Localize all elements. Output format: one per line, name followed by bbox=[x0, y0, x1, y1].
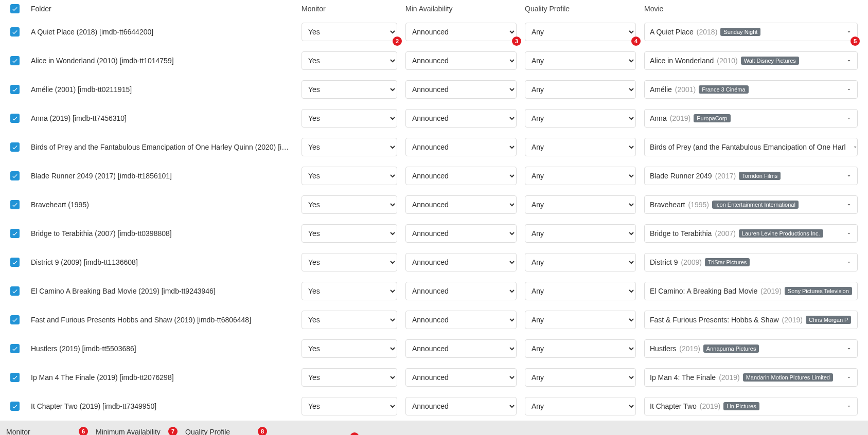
min-availability-select[interactable]: Announced bbox=[405, 167, 517, 185]
movie-picker[interactable]: A Quiet Place(2018)Sunday Night bbox=[644, 23, 858, 41]
movie-picker[interactable]: Birds of Prey (and the Fantabulous Emanc… bbox=[644, 138, 858, 156]
movie-year: (2019) bbox=[760, 287, 781, 295]
movie-year: (1995) bbox=[688, 201, 708, 209]
quality-profile-select[interactable]: Any bbox=[525, 339, 636, 358]
row-checkbox[interactable] bbox=[10, 56, 20, 65]
quality-profile-select[interactable]: Any bbox=[525, 23, 636, 41]
folder-name: District 9 (2009) [imdb-tt1136608] bbox=[31, 258, 293, 266]
quality-profile-select[interactable]: Any bbox=[525, 311, 636, 329]
quality-profile-select[interactable]: Any bbox=[525, 167, 636, 185]
monitor-select[interactable]: Yes bbox=[302, 138, 397, 156]
min-availability-select[interactable]: Announced bbox=[405, 253, 517, 271]
min-availability-select[interactable]: Announced bbox=[405, 51, 517, 70]
studio-badge: Walt Disney Pictures bbox=[741, 57, 799, 65]
quality-profile-select[interactable]: Any bbox=[525, 368, 636, 387]
row-checkbox[interactable] bbox=[10, 200, 20, 209]
monitor-select[interactable]: Yes bbox=[302, 51, 397, 70]
row-checkbox[interactable] bbox=[10, 315, 20, 324]
min-availability-select[interactable]: Announced bbox=[405, 224, 517, 243]
quality-profile-select[interactable]: Any bbox=[525, 253, 636, 271]
chevron-down-icon bbox=[846, 230, 852, 237]
monitor-select[interactable]: Yes bbox=[302, 253, 397, 271]
table-row: Anna (2019) [imdb-tt7456310]YesAnnounced… bbox=[0, 104, 868, 133]
quality-profile-select[interactable]: Any bbox=[525, 80, 636, 99]
row-checkbox[interactable] bbox=[10, 229, 20, 238]
min-availability-select[interactable]: Announced bbox=[405, 80, 517, 99]
movie-picker[interactable]: Fast & Furious Presents: Hobbs & Shaw(20… bbox=[644, 311, 858, 329]
table-row: Alice in Wonderland (2010) [imdb-tt10147… bbox=[0, 46, 868, 75]
studio-badge: Lauren Levine Productions Inc. bbox=[739, 229, 823, 238]
quality-profile-select[interactable]: Any bbox=[525, 282, 636, 300]
movie-title: A Quiet Place bbox=[650, 28, 694, 36]
row-checkbox[interactable] bbox=[10, 344, 20, 353]
movie-title: Amélie bbox=[650, 85, 672, 94]
row-checkbox[interactable] bbox=[10, 114, 20, 123]
min-availability-select[interactable]: Announced bbox=[405, 311, 517, 329]
movie-picker[interactable]: Anna(2019)EuropaCorp bbox=[644, 109, 858, 128]
quality-profile-select[interactable]: Any bbox=[525, 138, 636, 156]
monitor-select[interactable]: Yes bbox=[302, 339, 397, 358]
monitor-select[interactable]: Yes bbox=[302, 224, 397, 243]
min-availability-select[interactable]: Announced bbox=[405, 109, 517, 128]
monitor-select[interactable]: Yes bbox=[302, 282, 397, 300]
movie-year: (2010) bbox=[717, 57, 737, 65]
footer-monitor-label: Monitor bbox=[6, 428, 83, 435]
quality-profile-select[interactable]: Any bbox=[525, 224, 636, 243]
movie-picker[interactable]: Braveheart(1995)Icon Entertainment Inter… bbox=[644, 195, 858, 214]
monitor-select[interactable]: Yes bbox=[302, 311, 397, 329]
folder-name: Hustlers (2019) [imdb-tt5503686] bbox=[31, 345, 293, 353]
movie-picker[interactable]: District 9(2009)TriStar Pictures bbox=[644, 253, 858, 271]
col-header-folder: Folder bbox=[31, 5, 293, 13]
studio-badge: Annapurna Pictures bbox=[703, 345, 759, 353]
row-checkbox[interactable] bbox=[10, 171, 20, 180]
quality-profile-select[interactable]: Any bbox=[525, 397, 636, 415]
min-availability-select[interactable]: Announced bbox=[405, 282, 517, 300]
row-checkbox[interactable] bbox=[10, 286, 20, 296]
quality-profile-select[interactable]: Any bbox=[525, 51, 636, 70]
movie-picker[interactable]: Ip Man 4: The Finale(2019)Mandarin Motio… bbox=[644, 368, 858, 387]
min-availability-select[interactable]: Announced bbox=[405, 368, 517, 387]
movie-title: Fast & Furious Presents: Hobbs & Shaw bbox=[650, 316, 779, 324]
studio-badge: Lin Pictures bbox=[723, 402, 759, 410]
row-checkbox[interactable] bbox=[10, 402, 20, 411]
row-checkbox[interactable] bbox=[10, 373, 20, 382]
movie-title: Ip Man 4: The Finale bbox=[650, 373, 716, 382]
quality-profile-select[interactable]: Any bbox=[525, 195, 636, 214]
monitor-select[interactable]: Yes bbox=[302, 195, 397, 214]
monitor-select[interactable]: Yes bbox=[302, 368, 397, 387]
folder-name: It Chapter Two (2019) [imdb-tt7349950] bbox=[31, 402, 293, 410]
monitor-select[interactable]: Yes bbox=[302, 23, 397, 41]
min-availability-select[interactable]: Announced bbox=[405, 195, 517, 214]
movie-title: Alice in Wonderland bbox=[650, 57, 714, 65]
monitor-select[interactable]: Yes bbox=[302, 80, 397, 99]
callout-9: 9 bbox=[350, 432, 359, 435]
movie-picker[interactable]: Blade Runner 2049(2017)Torridon Films bbox=[644, 167, 858, 185]
folder-name: Bridge to Terabithia (2007) [imdb-tt0398… bbox=[31, 229, 293, 238]
movie-picker[interactable]: Bridge to Terabithia(2007)Lauren Levine … bbox=[644, 224, 858, 243]
movie-picker[interactable]: Amélie(2001)France 3 Cinéma bbox=[644, 80, 858, 99]
folder-name: Ip Man 4 The Finale (2019) [imdb-tt20762… bbox=[31, 373, 293, 382]
movie-picker[interactable]: Hustlers(2019)Annapurna Pictures bbox=[644, 339, 858, 358]
row-checkbox[interactable] bbox=[10, 85, 20, 94]
quality-profile-select[interactable]: Any bbox=[525, 109, 636, 128]
min-availability-select[interactable]: Announced bbox=[405, 397, 517, 415]
row-checkbox[interactable] bbox=[10, 142, 20, 152]
monitor-select[interactable]: Yes bbox=[302, 109, 397, 128]
row-checkbox[interactable] bbox=[10, 258, 20, 267]
min-availability-select[interactable]: Announced bbox=[405, 23, 517, 41]
min-availability-select[interactable]: Announced bbox=[405, 339, 517, 358]
table-row: District 9 (2009) [imdb-tt1136608]YesAnn… bbox=[0, 248, 868, 277]
movie-year: (2019) bbox=[782, 316, 803, 324]
movie-picker[interactable]: El Camino: A Breaking Bad Movie(2019)Son… bbox=[644, 282, 858, 300]
row-checkbox[interactable] bbox=[10, 27, 20, 37]
min-availability-select[interactable]: Announced bbox=[405, 138, 517, 156]
movie-picker[interactable]: Alice in Wonderland(2010)Walt Disney Pic… bbox=[644, 51, 858, 70]
folder-name: A Quiet Place (2018) [imdb-tt6644200] bbox=[31, 28, 293, 36]
monitor-select[interactable]: Yes bbox=[302, 167, 397, 185]
studio-badge: Icon Entertainment International bbox=[712, 201, 799, 209]
movie-year: (2019) bbox=[670, 114, 690, 122]
monitor-select[interactable]: Yes bbox=[302, 397, 397, 415]
select-all-checkbox[interactable] bbox=[10, 4, 20, 13]
movie-picker[interactable]: It Chapter Two(2019)Lin Pictures bbox=[644, 397, 858, 415]
folder-name: Fast and Furious Presents Hobbs and Shaw… bbox=[31, 316, 293, 324]
